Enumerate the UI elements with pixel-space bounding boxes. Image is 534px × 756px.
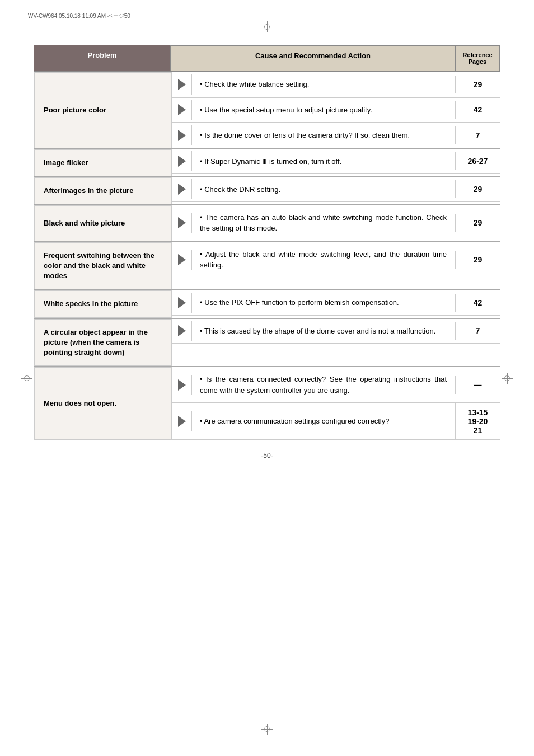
table-row: Black and white picture• The camera has … xyxy=(34,205,500,242)
cause-row: • Check the white balance setting.29 xyxy=(172,72,500,97)
ref-cell: 26-27 xyxy=(455,152,500,170)
file-info: WV-CW964 05.10.18 11:09 AM ページ50 xyxy=(28,12,130,20)
cause-row: • Use the special setup menu to adjust p… xyxy=(172,97,500,123)
ref-cell: 29 xyxy=(455,251,500,269)
ref-cell: — xyxy=(455,376,500,394)
arrow-icon xyxy=(178,379,186,391)
problem-column-header: Problem xyxy=(34,45,171,72)
problem-cell: Frequent switching between the color and… xyxy=(34,242,171,290)
ref-cell: 29 xyxy=(455,214,500,232)
corner-mark-bl xyxy=(6,739,17,750)
arrow-icon xyxy=(178,325,186,336)
table-row: White specks in the picture• Use the PIX… xyxy=(34,290,500,318)
reg-mark-left xyxy=(21,373,32,384)
arrow-icon xyxy=(178,297,186,308)
table-header-row: Problem Cause and Recommended Action Ref… xyxy=(34,45,500,72)
arrow-cell xyxy=(172,321,192,341)
table-row: Afterimages in the picture• Check the DN… xyxy=(34,177,500,205)
outer-border-right xyxy=(500,17,500,739)
arrow-icon xyxy=(178,130,186,141)
page-footer: -50- xyxy=(34,452,500,459)
problem-cell: Black and white picture xyxy=(34,205,171,241)
table-row: Frequent switching between the color and… xyxy=(34,242,500,290)
arrow-icon xyxy=(178,104,186,115)
arrow-cell xyxy=(172,100,192,120)
outer-border-bottom xyxy=(17,722,517,722)
corner-mark-br xyxy=(517,739,528,750)
ref-cell: 13-15 19-20 21 xyxy=(455,403,500,439)
ref-column-header: Reference Pages xyxy=(455,45,500,71)
cause-rows: • Check the DNR setting.29 xyxy=(171,177,500,204)
arrow-icon xyxy=(178,254,186,265)
corner-mark-tl xyxy=(6,6,17,17)
cause-text: • The camera has an auto black and white… xyxy=(192,205,455,241)
cause-text: • Is the dome cover or lens of the camer… xyxy=(192,123,455,148)
cause-rows: • Check the white balance setting.29• Us… xyxy=(171,72,500,148)
table-row: Poor picture color• Check the white bala… xyxy=(34,72,500,149)
cause-text: • Check the white balance setting. xyxy=(192,72,455,97)
cause-row: • Adjust the black and white mode switch… xyxy=(172,242,500,278)
cause-row: • The camera has an auto black and white… xyxy=(172,205,500,241)
arrow-icon xyxy=(178,79,186,90)
ref-cell: 29 xyxy=(455,76,500,93)
problem-cell: White specks in the picture xyxy=(34,290,171,317)
cause-text: • Are camera communication settings conf… xyxy=(192,409,455,434)
cause-row: • Use the PIX OFF function to perform bl… xyxy=(172,290,500,316)
cause-row: • Are camera communication settings conf… xyxy=(172,403,500,440)
ref-cell: 7 xyxy=(455,322,500,340)
cause-text: • Check the DNR setting. xyxy=(192,177,455,202)
arrow-cell xyxy=(172,293,192,313)
problem-cell: Poor picture color xyxy=(34,72,171,148)
corner-mark-tr xyxy=(517,6,528,17)
cause-rows: • Use the PIX OFF function to perform bl… xyxy=(171,290,500,317)
arrow-icon xyxy=(178,416,186,427)
cause-row: • If Super Dynamic Ⅲ is turned on, turn … xyxy=(172,149,500,175)
problem-cell: A circular object appear in the picture … xyxy=(34,319,171,367)
arrow-cell xyxy=(172,179,192,199)
table-row: Image flicker• If Super Dynamic Ⅲ is tur… xyxy=(34,149,500,177)
cause-row: • Check the DNR setting.29 xyxy=(172,177,500,203)
main-content: Problem Cause and Recommended Action Ref… xyxy=(34,45,500,459)
cause-rows: • If Super Dynamic Ⅲ is turned on, turn … xyxy=(171,149,500,176)
cause-text: • This is caused by the shape of the dom… xyxy=(192,319,455,344)
cause-text: • Use the special setup menu to adjust p… xyxy=(192,98,455,123)
arrow-cell xyxy=(172,151,192,171)
cause-row: • This is caused by the shape of the dom… xyxy=(172,319,500,344)
reg-mark-right xyxy=(502,373,513,384)
cause-text: • Adjust the black and white mode switch… xyxy=(192,242,455,278)
cause-row: • Is the camera connected correctly? See… xyxy=(172,367,500,403)
table-row: A circular object appear in the picture … xyxy=(34,318,500,367)
cause-text: • Use the PIX OFF function to perform bl… xyxy=(192,290,455,315)
arrow-cell xyxy=(172,375,192,395)
reg-mark-bottom xyxy=(261,724,273,735)
ref-cell: 42 xyxy=(455,294,500,312)
table-body: Poor picture color• Check the white bala… xyxy=(34,72,500,440)
arrow-cell xyxy=(172,125,192,145)
problem-cell: Menu does not open. xyxy=(34,367,171,440)
outer-border-top xyxy=(17,34,517,34)
arrow-icon xyxy=(178,217,186,228)
arrow-icon xyxy=(178,184,186,195)
ref-cell: 7 xyxy=(455,126,500,144)
arrow-icon xyxy=(178,156,186,167)
cause-rows: • This is caused by the shape of the dom… xyxy=(171,319,500,367)
arrow-cell xyxy=(172,74,192,95)
outer-border-left xyxy=(34,17,34,739)
cause-column-header: Cause and Recommended Action xyxy=(171,45,455,71)
problem-cell: Image flicker xyxy=(34,149,171,176)
page-number: -50- xyxy=(261,452,273,459)
ref-cell: 29 xyxy=(455,180,500,198)
cause-rows: • Is the camera connected correctly? See… xyxy=(171,367,500,440)
cause-text: • Is the camera connected correctly? See… xyxy=(192,367,455,402)
cause-rows: • Adjust the black and white mode switch… xyxy=(171,242,500,290)
arrow-cell xyxy=(172,250,192,270)
cause-text: • If Super Dynamic Ⅲ is turned on, turn … xyxy=(192,149,455,174)
cause-rows: • The camera has an auto black and white… xyxy=(171,205,500,241)
arrow-cell xyxy=(172,411,192,431)
ref-cell: 42 xyxy=(455,101,500,119)
reg-mark-top xyxy=(261,21,273,32)
problem-cell: Afterimages in the picture xyxy=(34,177,171,204)
table-row: Menu does not open.• Is the camera conne… xyxy=(34,367,500,440)
arrow-cell xyxy=(172,213,192,233)
cause-row: • Is the dome cover or lens of the camer… xyxy=(172,123,500,148)
